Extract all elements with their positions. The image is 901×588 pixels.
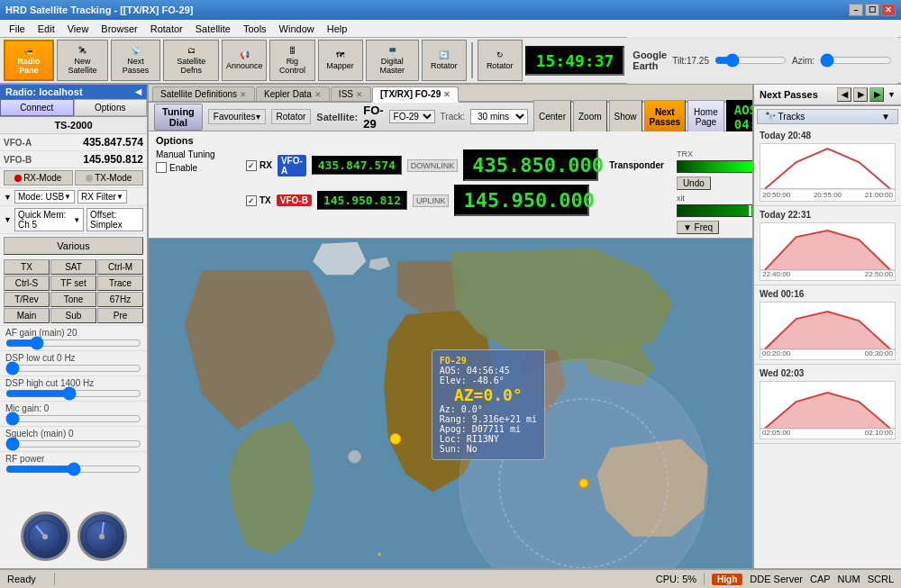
quick-mem-dropdown[interactable]: Quick Mem: Ch 5 ▼ [14,208,84,231]
enable-cb[interactable] [156,162,167,173]
window-controls[interactable]: – ☐ ✕ [849,4,896,16]
tuning-dial-button[interactable]: Tuning Dial [154,104,203,131]
options-button[interactable]: Options [74,99,148,116]
menu-help[interactable]: Help [322,22,353,36]
ctrl-m-button[interactable]: Ctrl-M [97,259,143,275]
freq-a-input[interactable]: 435.847.574 [312,156,402,175]
big-freq-a[interactable]: 435.850.000 [463,149,598,181]
dsp-high-slider[interactable] [5,390,141,397]
various-button[interactable]: Various [4,237,143,255]
prev-pass-button[interactable]: ◀ [837,87,851,102]
tx-mode-button[interactable]: TX-Mode [75,170,144,185]
rx-mode-button[interactable]: RX-Mode [4,170,73,185]
track-dropdown[interactable]: 30 mins 15 mins 60 mins [470,109,528,124]
tx-checkbox[interactable]: ✓ TX [246,195,271,206]
ctrl-s-button[interactable]: Ctrl-S [4,276,50,291]
tilt-slider[interactable] [714,53,787,68]
tx-cb[interactable]: ✓ [246,195,257,206]
track-label: Track: [441,112,465,122]
popup-apogee: Apog: D07711 mi [440,424,537,434]
menu-window[interactable]: Window [274,22,320,36]
menu-tools[interactable]: Tools [238,22,272,36]
vfo-a-label: VFO-A [4,138,32,148]
rf-power-slider[interactable] [5,466,141,473]
menu-satellite[interactable]: Satellite [190,22,236,36]
sat-button[interactable]: SAT [50,259,96,275]
mic-gain-slider[interactable] [5,415,141,422]
zoom-button[interactable]: Zoom [573,100,607,134]
play-pass-button[interactable]: ▶ [869,87,884,102]
azim-slider[interactable] [820,53,892,68]
mode-dropdown[interactable]: Mode: USB ▼ [14,190,75,204]
tab-fo29[interactable]: [TX/RX] FO-29 ✕ [372,86,459,103]
new-satellite-button[interactable]: 🛰 New Satellite [57,40,108,81]
dsp-low-slider[interactable] [5,365,141,372]
menu-browser[interactable]: Browser [96,22,142,36]
rig-control-button[interactable]: 🎛 Rig Control [269,40,314,81]
next-passes-button[interactable]: 📡 Next Passes [111,40,160,81]
67hz-button[interactable]: 67Hz [97,292,143,307]
menu-edit[interactable]: Edit [32,22,60,36]
radio-pane-button[interactable]: 📻 Radio Pane [4,40,54,81]
favourites-button[interactable]: Favourites▾ [208,109,266,124]
home-page-button[interactable]: Home Page [687,100,724,134]
center-button[interactable]: Center [533,100,571,134]
tab-iss[interactable]: ISS ✕ [331,86,371,101]
tx-indicator [86,175,93,182]
tx-button[interactable]: TX [4,259,50,275]
squelch-slider[interactable] [5,440,141,448]
af-gain-slider[interactable] [5,339,141,347]
connect-button[interactable]: Connect [0,99,74,116]
popup-info: Az: 0.0° [440,404,537,414]
tf-set-button[interactable]: TF set [50,276,96,291]
tab-close-kepler[interactable]: ✕ [314,90,322,99]
svg-point-5 [99,534,105,539]
menu-rotator[interactable]: Rotator [145,22,188,36]
freq-button[interactable]: ▼ Freq [677,221,719,234]
pass-item-1: Today 22:31 22:40:00 22:50:00 [754,206,901,285]
pre-button[interactable]: Pre [97,308,143,323]
rotator-tuning-button[interactable]: Rotator [271,109,312,124]
minimize-button[interactable]: – [849,4,863,16]
satellite-dropdown[interactable]: FO-29 [389,110,435,123]
enable-checkbox[interactable]: Enable [156,162,237,173]
big-freq-b[interactable]: 145.950.000 [454,185,589,216]
rx-cb[interactable]: ✓ [246,160,257,171]
tab-close-satellite-definitions[interactable]: ✕ [240,90,247,99]
tab-close-fo29[interactable]: ✕ [443,90,450,99]
popup-name: FO-29 [440,356,537,366]
announce-button[interactable]: 📢 Announce [222,40,267,81]
rx-checkbox[interactable]: ✓ RX [246,160,272,171]
satellite-defns-button[interactable]: 🗂 Satellite Defns [163,40,219,81]
trace-button[interactable]: Trace [97,276,143,291]
menu-file[interactable]: File [4,22,31,36]
rotator-button[interactable]: 🔄 Rotator [422,40,467,81]
num-label: NUM [838,574,860,584]
menu-view[interactable]: View [62,22,95,36]
rx-indicator [14,175,22,182]
t-rev-button[interactable]: T/Rev [4,292,50,307]
maximize-button[interactable]: ☐ [865,4,879,16]
next-passes-tuning-button[interactable]: Next Passes [644,100,686,134]
close-button[interactable]: ✕ [881,4,896,16]
main-button[interactable]: Main [4,308,50,323]
tracks-button[interactable]: 🔭 Tracks ▼ [757,109,898,124]
xit-signal-thumb [749,205,751,216]
mapper-button[interactable]: 🗺 Mapper [318,40,363,81]
tab-kepler-data[interactable]: Kepler Data ✕ [256,86,330,101]
show-button[interactable]: Show [609,100,642,134]
offset-dropdown[interactable]: Offset: Simplex [86,208,143,231]
tone-button[interactable]: Tone [50,292,96,307]
sub-button[interactable]: Sub [50,308,96,323]
undo-button[interactable]: Undo [677,176,711,190]
rf-power-row: RF power [0,451,147,476]
digital-master-button[interactable]: 💻 Digital Master [366,40,419,81]
freq-b-input[interactable]: 145.950.812 [317,191,407,210]
satellite-popup: FO-29 AOS: 04:56:45 Elev: -48.6° AZ=0.0°… [432,349,545,460]
rotator2-button[interactable]: ↻ Rotator [478,40,523,81]
next-pass-button[interactable]: ▶ [853,87,868,102]
vfo-b-row: VFO-B 145.950.812 [0,151,147,168]
rx-filter-dropdown[interactable]: RX Filter ▼ [77,190,127,204]
tab-satellite-definitions[interactable]: Satellite Definitions ✕ [152,86,255,101]
tab-close-iss[interactable]: ✕ [356,90,363,99]
